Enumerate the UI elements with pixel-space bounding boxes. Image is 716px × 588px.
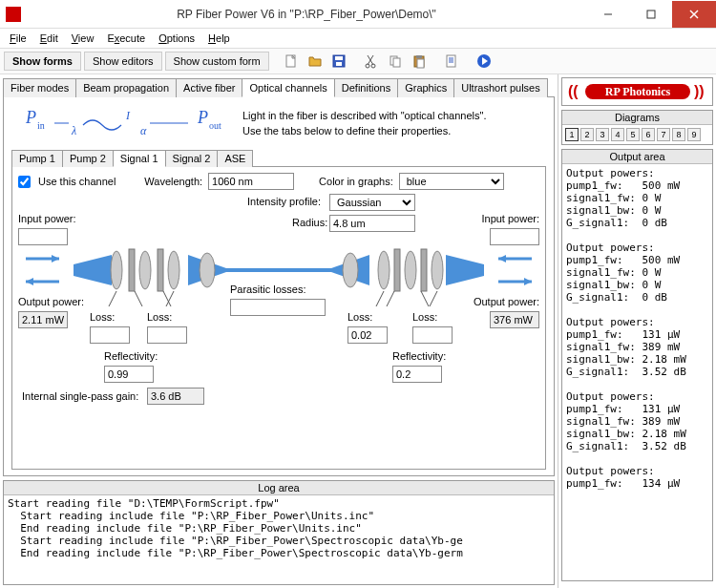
menu-view[interactable]: View	[66, 31, 100, 46]
svg-rect-11	[393, 58, 400, 67]
diagrams-header: Diagrams	[562, 111, 712, 125]
refl-left-label: Reflectivity:	[104, 350, 158, 362]
tab-signal1[interactable]: Signal 1	[113, 150, 166, 167]
svg-point-35	[200, 253, 215, 287]
tab-ase[interactable]: ASE	[217, 150, 253, 167]
show-custom-form-button[interactable]: Show custom form	[165, 52, 269, 71]
svg-rect-31	[129, 249, 135, 291]
diagram-btn-7[interactable]: 7	[657, 128, 670, 141]
svg-rect-1	[647, 10, 655, 18]
minimize-button[interactable]	[586, 1, 629, 28]
open-file-icon[interactable]	[305, 51, 326, 72]
color-select[interactable]: blue	[399, 173, 504, 190]
optical-channels-panel: P in λ I α P out Light in the fiber is d…	[3, 97, 555, 476]
loss-l2-label: Loss:	[147, 311, 172, 323]
diagram-btn-8[interactable]: 8	[672, 128, 685, 141]
gain-value	[147, 388, 204, 405]
svg-line-46	[376, 291, 384, 306]
diagram-btn-5[interactable]: 5	[626, 128, 640, 141]
description-text: Light in the fiber is described with "op…	[242, 108, 486, 139]
wavelength-label: Wavelength:	[144, 176, 202, 187]
paste-icon[interactable]	[409, 51, 430, 72]
parasitic-input[interactable]	[230, 299, 326, 316]
tab-beam-propagation[interactable]: Beam propagation	[75, 78, 177, 97]
formula-diagram: P in λ I α P out	[11, 103, 231, 143]
svg-rect-15	[447, 55, 455, 67]
window-title: RP Fiber Power V6 in "P:\RP_Fiber_Power\…	[27, 8, 586, 21]
svg-rect-6	[335, 56, 343, 60]
diagram-btn-1[interactable]: 1	[565, 128, 579, 141]
intensity-label: Intensity profile:	[247, 196, 321, 207]
svg-point-30	[111, 251, 122, 289]
tab-active-fiber[interactable]: Active fiber	[176, 78, 242, 97]
svg-point-32	[139, 251, 151, 289]
document-icon[interactable]	[441, 51, 462, 72]
save-icon[interactable]	[328, 51, 349, 72]
gain-label: Internal single-pass gain:	[22, 390, 138, 402]
svg-text:α: α	[140, 124, 147, 137]
svg-line-43	[135, 291, 142, 306]
output-text[interactable]: Output powers: pump1_fw: 500 mW signal1_…	[562, 164, 712, 580]
maximize-button[interactable]	[629, 1, 672, 28]
svg-text:out: out	[209, 120, 221, 131]
loss-r2-label: Loss:	[412, 311, 437, 323]
tab-pump1[interactable]: Pump 1	[11, 150, 63, 167]
svg-rect-40	[421, 249, 427, 291]
diagram-btn-9[interactable]: 9	[687, 128, 701, 141]
diagrams-section: Diagrams 1 2 3 4 5 6 7 8 9	[561, 110, 713, 145]
svg-line-48	[430, 291, 437, 306]
intensity-select[interactable]: Gaussian	[329, 194, 415, 211]
loss-l1-input[interactable]	[90, 326, 130, 344]
radius-input[interactable]	[329, 215, 415, 232]
cut-icon[interactable]	[361, 51, 382, 72]
use-channel-checkbox[interactable]	[18, 176, 31, 188]
menu-options[interactable]: Options	[153, 31, 200, 46]
tab-ultrashort-pulses[interactable]: Ultrashort pulses	[453, 78, 548, 97]
menu-file[interactable]: File	[4, 31, 32, 46]
diagram-btn-2[interactable]: 2	[580, 128, 594, 141]
new-file-icon[interactable]	[281, 51, 302, 72]
svg-line-42	[109, 291, 116, 306]
main-tabs: Fiber modes Beam propagation Active fibe…	[3, 77, 555, 97]
svg-text:in: in	[37, 120, 45, 131]
output-header: Output area	[562, 150, 712, 164]
tab-optical-channels[interactable]: Optical channels	[242, 78, 334, 97]
wavelength-input[interactable]	[208, 173, 294, 190]
diagram-btn-4[interactable]: 4	[611, 128, 624, 141]
svg-line-47	[387, 291, 394, 306]
diagram-btn-6[interactable]: 6	[642, 128, 655, 141]
svg-text:λ: λ	[71, 124, 76, 137]
svg-rect-33	[158, 249, 163, 291]
parasitic-label: Parasitic losses:	[230, 284, 305, 295]
svg-text:RP Photonics: RP Photonics	[604, 85, 670, 98]
log-text[interactable]: Start reading file "D:\TEMP\FormScript.f…	[4, 495, 554, 584]
refl-right-input[interactable]	[392, 366, 442, 383]
svg-text:P: P	[25, 108, 36, 127]
loss-r1-input[interactable]	[347, 326, 388, 344]
diagram-btn-3[interactable]: 3	[596, 128, 609, 141]
show-editors-button[interactable]: Show editors	[84, 52, 162, 71]
refl-left-input[interactable]	[104, 366, 154, 383]
loss-l2-input[interactable]	[147, 326, 187, 344]
output-power-right-label: Output power:	[474, 296, 539, 307]
log-area: Log area Start reading file "D:\TEMP\For…	[3, 480, 555, 585]
tab-pump2[interactable]: Pump 2	[62, 150, 114, 167]
input-power-left-label: Input power:	[18, 213, 76, 224]
loss-r2-input[interactable]	[412, 326, 453, 344]
svg-rect-38	[394, 249, 400, 291]
svg-point-39	[405, 251, 416, 289]
brand-logo: (( RP Photonics ))	[561, 77, 713, 106]
color-label: Color in graphs:	[319, 176, 393, 187]
svg-text:P: P	[197, 108, 208, 127]
menu-edit[interactable]: Edit	[34, 31, 64, 46]
menu-help[interactable]: Help	[202, 31, 236, 46]
tab-signal2[interactable]: Signal 2	[165, 150, 219, 167]
tab-definitions[interactable]: Definitions	[334, 78, 398, 97]
copy-icon[interactable]	[385, 51, 406, 72]
menu-execute[interactable]: Execute	[101, 31, 151, 46]
tab-graphics[interactable]: Graphics	[397, 78, 454, 97]
run-icon[interactable]	[474, 51, 495, 72]
show-forms-button[interactable]: Show forms	[4, 52, 81, 71]
close-button[interactable]	[672, 1, 716, 28]
tab-fiber-modes[interactable]: Fiber modes	[3, 78, 76, 97]
